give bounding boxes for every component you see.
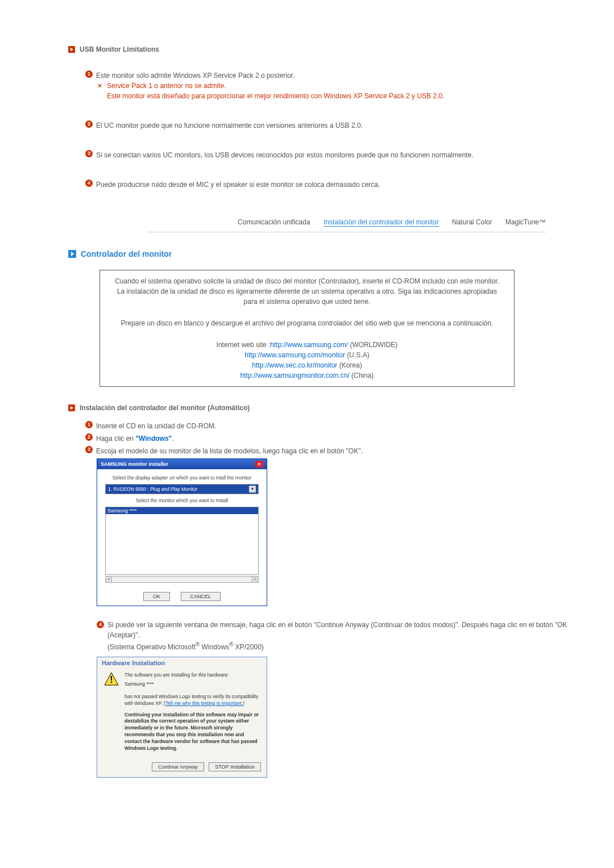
suffix-worldwide: (WORLDWIDE) bbox=[348, 341, 397, 349]
step-3-text: Escoja el modelo de su monitor de la lis… bbox=[96, 446, 580, 456]
info-lead: Internet web site : bbox=[217, 341, 271, 349]
info-links: Internet web site :http://www.samsung.co… bbox=[100, 334, 514, 386]
bullet-2-icon: 2 bbox=[85, 433, 93, 441]
item-1-note: Este monitor está diseñado para proporci… bbox=[107, 91, 444, 101]
link-worldwide[interactable]: http://www.samsung.com/ bbox=[270, 341, 348, 349]
hardware-title: Hardware Installation bbox=[97, 657, 267, 669]
step-4: 4 Si puede ver la siguiente ventana de m… bbox=[97, 620, 580, 652]
installer-label1: Select the display adapter on which you … bbox=[105, 475, 259, 481]
close-icon[interactable]: × bbox=[255, 461, 263, 468]
adapter-combo-value: 1. RADEON 9550 : Plug and Play Monitor bbox=[108, 486, 197, 492]
bullet-1-icon: 1 bbox=[85, 70, 93, 78]
item-1-text: Este monitor sólo admite Windows XP Serv… bbox=[96, 70, 580, 101]
item-4-text: Puede producirse ruido desde el MIC y el… bbox=[96, 180, 580, 190]
tab-instalacion[interactable]: Instalación del controlador del monitor bbox=[323, 218, 439, 227]
item-2-text: El UC monitor puede que no funcione norm… bbox=[96, 120, 580, 131]
scroll-left-icon[interactable]: ‹ bbox=[105, 576, 112, 583]
arrow-icon bbox=[68, 46, 75, 53]
scroll-right-icon[interactable]: › bbox=[252, 576, 259, 583]
step-2-a: Haga clic en bbox=[96, 435, 135, 443]
chevron-down-icon[interactable]: ▾ bbox=[249, 486, 256, 493]
installer-body: Select the display adapter on which you … bbox=[97, 469, 267, 587]
step-4-note-a: (Sistema Operativo Microsoft bbox=[107, 643, 196, 651]
warning-icon: ! bbox=[104, 672, 119, 686]
info-box: Cuando el sistema operativo solicite la … bbox=[99, 270, 515, 387]
link-korea[interactable]: http://www.sec.co.kr/monitor bbox=[252, 361, 337, 369]
scroll-track[interactable] bbox=[112, 576, 252, 583]
continue-anyway-button[interactable]: Continue Anyway bbox=[152, 762, 204, 771]
hardware-body: ! The software you are installing for th… bbox=[97, 669, 267, 759]
monitor-listbox[interactable]: Samsung **** bbox=[105, 507, 259, 575]
usb-limitations-list: 1 Este monitor sólo admite Windows XP Se… bbox=[85, 70, 580, 190]
item-3: 3 Si se conectan varios UC monitors, los… bbox=[85, 150, 580, 160]
suffix-china: (China) bbox=[350, 372, 374, 379]
installer-buttons: OK CANCEL bbox=[97, 587, 267, 606]
suffix-usa: (U.S.A) bbox=[345, 351, 370, 359]
install-steps: 1 Inserte el CD en la unidad de CD-ROM. … bbox=[85, 421, 580, 456]
tab-magictune[interactable]: MagicTune™ bbox=[505, 218, 546, 226]
hw-l1: The software you are installing for this… bbox=[125, 672, 260, 679]
hw-l3c: ) bbox=[243, 700, 244, 706]
bullet-2-icon: 2 bbox=[85, 120, 93, 128]
scrollbar: ‹ › bbox=[105, 576, 259, 583]
step-4-text: Si puede ver la siguiente ventana de men… bbox=[107, 620, 580, 652]
item-1-line1: Este monitor sólo admite Windows XP Serv… bbox=[96, 72, 294, 80]
stop-installation-button[interactable]: STOP Installation bbox=[209, 762, 261, 771]
monitor-selected[interactable]: Samsung **** bbox=[106, 507, 258, 514]
bullet-4-icon: 4 bbox=[97, 621, 104, 628]
install-auto-title: Instalación del controlador del monitor … bbox=[80, 404, 250, 412]
hardware-dialog: Hardware Installation ! The software you… bbox=[97, 657, 267, 778]
link-china[interactable]: http://www.samsungmonitor.com.cn/ bbox=[240, 372, 350, 379]
svg-text:!: ! bbox=[110, 675, 113, 685]
item-2: 2 El UC monitor puede que no funcione no… bbox=[85, 120, 580, 131]
arrow-blue-icon bbox=[68, 250, 76, 258]
hardware-buttons: Continue Anyway STOP Installation bbox=[97, 759, 267, 777]
item-4: 4 Puede producirse ruido desde el MIC y … bbox=[85, 180, 580, 190]
x-icon: × bbox=[96, 81, 103, 91]
bullet-3-icon: 3 bbox=[85, 150, 93, 157]
installer-titlebar: SAMSUNG monitor installer × bbox=[97, 459, 267, 469]
bullet-4-icon: 4 bbox=[85, 180, 93, 187]
tab-natural-color[interactable]: Natural Color bbox=[452, 218, 492, 226]
hw-l4: Continuing your installation of this sof… bbox=[125, 712, 260, 752]
installer-dialog: SAMSUNG monitor installer × Select the d… bbox=[97, 458, 267, 606]
content: USB Monitor Limitations 1 Este monitor s… bbox=[34, 45, 580, 778]
step-2-c: . bbox=[172, 435, 173, 443]
step-4-note-c: XP/2000) bbox=[233, 643, 263, 651]
adapter-combo[interactable]: 1. RADEON 9550 : Plug and Play Monitor ▾ bbox=[105, 484, 259, 494]
item-3-text: Si se conectan varios UC monitors, los U… bbox=[96, 150, 580, 160]
cancel-button[interactable]: CANCEL bbox=[181, 592, 221, 601]
main-title: Controlador del monitor bbox=[68, 249, 580, 258]
tabs-underline bbox=[148, 232, 546, 232]
ok-button[interactable]: OK bbox=[143, 592, 170, 601]
info-p2: Prepare un disco en blanco y descargue e… bbox=[100, 312, 514, 334]
installer-label2: Select the monitor which you want to ins… bbox=[105, 498, 259, 503]
arrow-icon bbox=[68, 404, 75, 411]
page: USB Monitor Limitations 1 Este monitor s… bbox=[0, 0, 614, 823]
installer-title: SAMSUNG monitor installer bbox=[101, 461, 168, 467]
step-4-main: Si puede ver la siguiente ventana de men… bbox=[107, 621, 567, 639]
step-2-link[interactable]: "Windows" bbox=[135, 435, 172, 443]
hardware-message: The software you are installing for this… bbox=[125, 672, 260, 752]
install-auto-header: Instalación del controlador del monitor … bbox=[68, 404, 580, 412]
tab-comunicacion[interactable]: Comunicación unificada bbox=[238, 218, 310, 226]
link-usa[interactable]: http://www.samsung.com/monitor bbox=[244, 351, 345, 359]
suffix-korea: (Korea) bbox=[337, 361, 362, 369]
bullet-3-icon: 3 bbox=[85, 446, 93, 453]
step-3: 3 Escoja el modelo de su monitor de la l… bbox=[85, 446, 580, 456]
usb-limitations-header: USB Monitor Limitations bbox=[68, 45, 580, 53]
why-testing-link[interactable]: Tell me why this testing is important. bbox=[165, 700, 243, 706]
bullet-1-icon: 1 bbox=[85, 421, 93, 428]
hw-l3: has not passed Windows Logo testing to v… bbox=[125, 694, 260, 707]
tabs-row: Comunicación unificada Instalación del c… bbox=[34, 218, 580, 226]
step-1-text: Inserte el CD en la unidad de CD-ROM. bbox=[96, 421, 580, 431]
usb-limitations-title: USB Monitor Limitations bbox=[80, 45, 159, 53]
step-2-text: Haga clic en "Windows". bbox=[96, 433, 580, 444]
item-1: 1 Este monitor sólo admite Windows XP Se… bbox=[85, 70, 580, 101]
step-2: 2 Haga clic en "Windows". bbox=[85, 433, 580, 444]
step-1: 1 Inserte el CD en la unidad de CD-ROM. bbox=[85, 421, 580, 431]
item-1-xline: Service Pack 1 o anterior no se admite. bbox=[107, 81, 580, 91]
info-p1: Cuando el sistema operativo solicite la … bbox=[100, 270, 514, 312]
hw-l2: Samsung **** bbox=[125, 681, 260, 688]
step-4-note-b: Windows bbox=[200, 643, 229, 651]
